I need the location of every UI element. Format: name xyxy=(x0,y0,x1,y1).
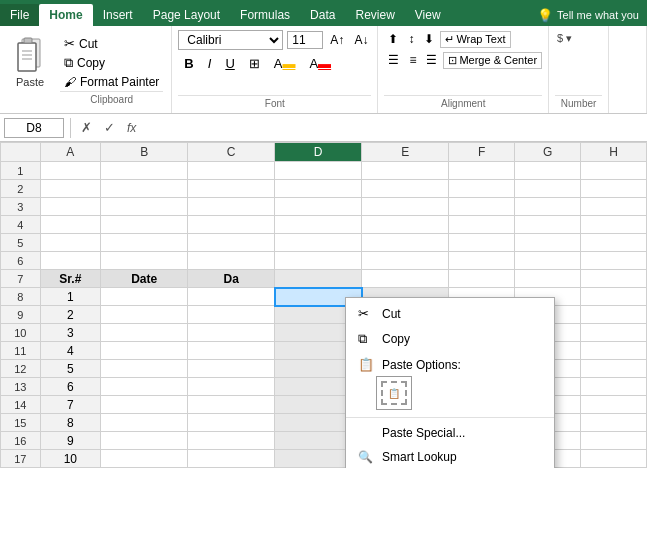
cell-H4[interactable] xyxy=(581,216,647,234)
cell-A5[interactable] xyxy=(40,234,101,252)
ctx-smart-lookup[interactable]: 🔍 Smart Lookup xyxy=(346,445,554,468)
tell-me-box[interactable]: 💡 Tell me what you xyxy=(529,4,647,26)
cell-C9[interactable] xyxy=(188,306,275,324)
row-header-4[interactable]: 4 xyxy=(1,216,41,234)
cell-A2[interactable] xyxy=(40,180,101,198)
cell-B9[interactable] xyxy=(101,306,188,324)
cell-F1[interactable] xyxy=(449,162,515,180)
cell-B10[interactable] xyxy=(101,324,188,342)
cell-B7[interactable]: Date xyxy=(101,270,188,288)
cell-H8[interactable] xyxy=(581,288,647,306)
cell-G7[interactable] xyxy=(515,270,581,288)
cell-H10[interactable] xyxy=(581,324,647,342)
cell-H11[interactable] xyxy=(581,342,647,360)
cell-H17[interactable] xyxy=(581,450,647,468)
row-header-17[interactable]: 17 xyxy=(1,450,41,468)
underline-button[interactable]: U xyxy=(219,54,240,73)
col-header-e[interactable]: E xyxy=(362,143,449,162)
cancel-formula-button[interactable]: ✗ xyxy=(77,118,96,137)
cell-C8[interactable] xyxy=(188,288,275,306)
cell-F4[interactable] xyxy=(449,216,515,234)
cell-A17[interactable]: 10 xyxy=(40,450,101,468)
cell-C10[interactable] xyxy=(188,324,275,342)
cell-F7[interactable] xyxy=(449,270,515,288)
cell-B11[interactable] xyxy=(101,342,188,360)
cell-G1[interactable] xyxy=(515,162,581,180)
cell-B1[interactable] xyxy=(101,162,188,180)
cell-H7[interactable] xyxy=(581,270,647,288)
col-header-f[interactable]: F xyxy=(449,143,515,162)
cell-G6[interactable] xyxy=(515,252,581,270)
cell-A8[interactable]: 1 xyxy=(40,288,101,306)
cell-H13[interactable] xyxy=(581,378,647,396)
cell-B5[interactable] xyxy=(101,234,188,252)
cell-G3[interactable] xyxy=(515,198,581,216)
cell-B12[interactable] xyxy=(101,360,188,378)
cell-A10[interactable]: 3 xyxy=(40,324,101,342)
cell-H15[interactable] xyxy=(581,414,647,432)
align-center-button[interactable]: ≡ xyxy=(405,51,420,69)
cell-H5[interactable] xyxy=(581,234,647,252)
borders-button[interactable]: ⊞ xyxy=(243,54,266,73)
tab-formulas[interactable]: Formulas xyxy=(230,4,300,26)
cell-A9[interactable]: 2 xyxy=(40,306,101,324)
cell-H14[interactable] xyxy=(581,396,647,414)
cell-C17[interactable] xyxy=(188,450,275,468)
row-header-13[interactable]: 13 xyxy=(1,378,41,396)
cell-A11[interactable]: 4 xyxy=(40,342,101,360)
cell-C3[interactable] xyxy=(188,198,275,216)
cell-C13[interactable] xyxy=(188,378,275,396)
align-right-button[interactable]: ☰ xyxy=(422,51,441,69)
row-header-16[interactable]: 16 xyxy=(1,432,41,450)
name-box[interactable] xyxy=(4,118,64,138)
cut-button[interactable]: ✂ Cut xyxy=(60,34,163,53)
tab-view[interactable]: View xyxy=(405,4,451,26)
cell-D4[interactable] xyxy=(275,216,362,234)
col-header-c[interactable]: C xyxy=(188,143,275,162)
row-header-6[interactable]: 6 xyxy=(1,252,41,270)
cell-B13[interactable] xyxy=(101,378,188,396)
cell-E1[interactable] xyxy=(362,162,449,180)
align-middle-button[interactable]: ↕ xyxy=(404,30,418,48)
ctx-cut[interactable]: ✂ Cut xyxy=(346,301,554,326)
cell-G5[interactable] xyxy=(515,234,581,252)
row-header-2[interactable]: 2 xyxy=(1,180,41,198)
cell-C12[interactable] xyxy=(188,360,275,378)
format-painter-button[interactable]: 🖌 Format Painter xyxy=(60,73,163,91)
ctx-copy[interactable]: ⧉ Copy xyxy=(346,326,554,352)
row-header-12[interactable]: 12 xyxy=(1,360,41,378)
tab-page-layout[interactable]: Page Layout xyxy=(143,4,230,26)
row-header-14[interactable]: 14 xyxy=(1,396,41,414)
cell-H2[interactable] xyxy=(581,180,647,198)
row-header-7[interactable]: 7 xyxy=(1,270,41,288)
cell-G2[interactable] xyxy=(515,180,581,198)
tab-insert[interactable]: Insert xyxy=(93,4,143,26)
row-header-3[interactable]: 3 xyxy=(1,198,41,216)
cell-A15[interactable]: 8 xyxy=(40,414,101,432)
cell-H6[interactable] xyxy=(581,252,647,270)
col-header-d[interactable]: D xyxy=(275,143,362,162)
cell-A1[interactable] xyxy=(40,162,101,180)
italic-button[interactable]: I xyxy=(202,54,218,73)
formula-input[interactable] xyxy=(144,119,643,137)
cell-C14[interactable] xyxy=(188,396,275,414)
cell-C7[interactable]: Da xyxy=(188,270,275,288)
cell-C11[interactable] xyxy=(188,342,275,360)
cell-A12[interactable]: 5 xyxy=(40,360,101,378)
cell-F3[interactable] xyxy=(449,198,515,216)
cell-D7[interactable] xyxy=(275,270,362,288)
cell-D6[interactable] xyxy=(275,252,362,270)
bold-button[interactable]: B xyxy=(178,54,199,73)
cell-C6[interactable] xyxy=(188,252,275,270)
increase-font-button[interactable]: A↑ xyxy=(327,31,347,49)
cell-E3[interactable] xyxy=(362,198,449,216)
cell-A14[interactable]: 7 xyxy=(40,396,101,414)
cell-H1[interactable] xyxy=(581,162,647,180)
cell-C16[interactable] xyxy=(188,432,275,450)
paste-button[interactable]: Paste xyxy=(4,30,56,109)
row-header-15[interactable]: 15 xyxy=(1,414,41,432)
cell-E6[interactable] xyxy=(362,252,449,270)
cell-E7[interactable] xyxy=(362,270,449,288)
row-header-5[interactable]: 5 xyxy=(1,234,41,252)
cell-B16[interactable] xyxy=(101,432,188,450)
